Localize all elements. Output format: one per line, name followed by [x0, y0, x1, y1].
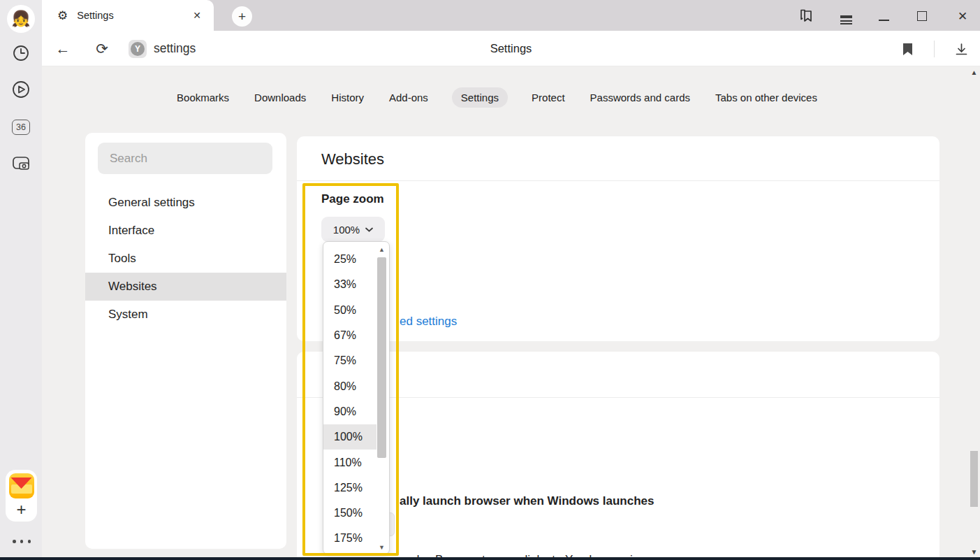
tab-title: Settings: [77, 10, 113, 21]
search-input[interactable]: [98, 143, 272, 174]
dropdown-scrollbar[interactable]: ▲ ▼: [376, 245, 388, 552]
window-maximize-button[interactable]: [913, 7, 931, 25]
sidebar-item-websites[interactable]: Websites: [85, 273, 286, 301]
profile-avatar[interactable]: 👧: [7, 5, 35, 33]
zoom-option-67[interactable]: 67%: [323, 323, 376, 348]
browser-window: 👧 36 + ⚙ Settings ✕ +: [0, 0, 980, 560]
nav-bookmarks[interactable]: Bookmarks: [175, 87, 231, 108]
settings-page: Bookmarks Downloads History Add-ons Sett…: [42, 66, 980, 557]
browser-tab-settings[interactable]: ⚙ Settings ✕: [42, 0, 214, 31]
nav-protect[interactable]: Protect: [530, 87, 566, 108]
sidebar-more-icon[interactable]: [13, 540, 31, 543]
scroll-down-icon[interactable]: ▼: [376, 543, 388, 552]
window-close-button[interactable]: ✕: [953, 7, 972, 25]
nav-history[interactable]: History: [330, 87, 365, 108]
dropdown-scrollbar-thumb[interactable]: [377, 257, 386, 458]
nav-settings-active[interactable]: Settings: [452, 87, 508, 108]
scroll-up-icon[interactable]: ▲: [376, 245, 388, 254]
settings-nav: Bookmarks Downloads History Add-ons Sett…: [42, 87, 952, 108]
browser-toolbar: ← ⟳ Y settings Settings: [42, 31, 980, 66]
history-clock-icon[interactable]: [10, 42, 32, 64]
zoom-option-90[interactable]: 90%: [323, 399, 376, 424]
address-page-title: Settings: [42, 42, 980, 55]
tab-gear-icon: ⚙: [57, 8, 68, 23]
new-tab-button[interactable]: +: [232, 6, 252, 27]
yandex-mail-icon[interactable]: [9, 473, 34, 498]
window-minimize-button[interactable]: [875, 7, 893, 25]
play-media-icon[interactable]: [10, 78, 32, 101]
zoom-option-33[interactable]: 33%: [323, 272, 376, 297]
toolbar-separator: [934, 41, 935, 57]
page-scroll-up-icon[interactable]: ▲: [968, 66, 980, 78]
screenshot-icon[interactable]: [10, 152, 32, 175]
sidebar-item-general[interactable]: General settings: [85, 189, 286, 217]
autolaunch-text-fragment: ally launch browser when Windows launche…: [400, 494, 654, 508]
tab-strip: ⚙ Settings ✕ + ✕: [42, 0, 980, 31]
add-shortcut-button[interactable]: +: [6, 499, 37, 520]
window-bottom-edge: [0, 557, 980, 560]
tab-count-label: 36: [12, 120, 30, 135]
zoom-option-50[interactable]: 50%: [323, 298, 376, 323]
bookmark-icon[interactable]: [898, 39, 917, 59]
zoom-option-175[interactable]: 175%: [323, 526, 376, 551]
websites-card: Websites Page zoom 100% ed settings site…: [297, 136, 939, 341]
browser-sidebar: 👧 36 +: [0, 0, 42, 557]
zoom-option-25[interactable]: 25%: [323, 247, 376, 272]
zoom-option-100-selected[interactable]: 100%: [323, 424, 376, 450]
downloads-icon[interactable]: [951, 39, 971, 59]
nav-add-ons[interactable]: Add-ons: [388, 87, 430, 108]
zoom-option-80[interactable]: 80%: [323, 373, 376, 399]
sidebar-item-interface[interactable]: Interface: [85, 217, 286, 245]
page-scroll-down-icon[interactable]: ▼: [968, 546, 980, 557]
tab-close-icon[interactable]: ✕: [190, 8, 204, 22]
card-divider: [297, 180, 939, 181]
page-scrollbar-thumb[interactable]: [970, 451, 978, 507]
settings-section-list: General settings Interface Tools Website…: [85, 189, 286, 329]
nav-other-devices[interactable]: Tabs on other devices: [714, 87, 819, 108]
second-settings-card: ally launch browser when Windows launche…: [297, 352, 939, 557]
settings-sidebar-card: General settings Interface Tools Website…: [85, 133, 286, 549]
zoom-option-75[interactable]: 75%: [323, 348, 376, 373]
zoom-option-150[interactable]: 150%: [323, 501, 376, 526]
quick-launch-panel: +: [6, 470, 37, 522]
page-zoom-value: 100%: [333, 224, 360, 236]
zoom-option-125[interactable]: 125%: [323, 475, 376, 501]
nav-downloads[interactable]: Downloads: [253, 87, 307, 108]
zoom-option-list: 25% 33% 50% 67% 75% 80% 90% 100% 110% 12…: [323, 247, 376, 552]
sidebar-item-tools[interactable]: Tools: [85, 245, 286, 273]
page-zoom-select[interactable]: 100%: [321, 217, 385, 242]
advanced-settings-link-fragment[interactable]: ed settings: [400, 315, 457, 329]
sidebar-item-system[interactable]: System: [85, 301, 286, 329]
page-zoom-label: Page zoom: [321, 192, 384, 206]
zoom-option-110[interactable]: 110%: [323, 450, 376, 475]
chevron-down-icon: [365, 227, 373, 232]
page-zoom-dropdown: 25% 33% 50% 67% 75% 80% 90% 100% 110% 12…: [323, 241, 390, 554]
browser-menu-icon[interactable]: [837, 7, 855, 25]
websites-card-title: Websites: [321, 150, 384, 168]
card-divider: [297, 397, 939, 398]
page-scrollbar[interactable]: ▲ ▼: [968, 66, 980, 557]
nav-passwords[interactable]: Passwords and cards: [589, 87, 692, 108]
tab-groups-icon[interactable]: [798, 7, 816, 25]
tab-counter-badge[interactable]: 36: [10, 116, 32, 138]
